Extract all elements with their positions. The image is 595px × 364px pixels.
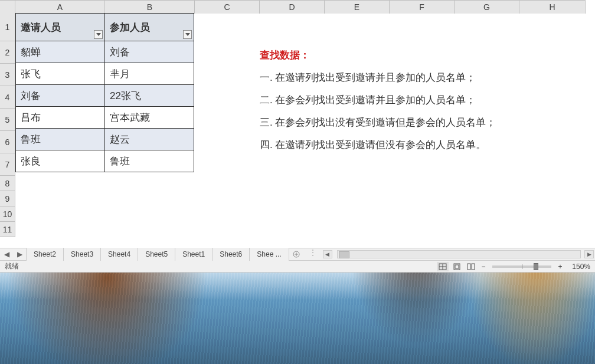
view-page-layout-button[interactable] xyxy=(451,262,463,271)
desktop-wallpaper xyxy=(0,273,595,364)
hscroll-left-button[interactable]: ◀ xyxy=(323,250,332,258)
hscrollbar[interactable] xyxy=(337,250,581,258)
cell-value: 宫本武藏 xyxy=(110,111,150,124)
col-header-B[interactable]: B xyxy=(105,1,195,14)
cell-value: 芈月 xyxy=(110,67,130,81)
tab-sheet3[interactable]: Sheet3 xyxy=(64,248,101,261)
cell-A4[interactable]: 刘备 xyxy=(15,84,105,107)
svg-rect-9 xyxy=(472,264,475,270)
cell-value: 鲁班 xyxy=(110,155,130,168)
plus-circle-icon xyxy=(293,251,300,258)
page-break-icon xyxy=(467,263,475,270)
notes-line-2: 二. 在参会列找出受到邀请并且参加的人员名单； xyxy=(260,89,496,112)
zoom-out-button[interactable]: − xyxy=(479,263,488,271)
view-normal-button[interactable] xyxy=(437,262,449,271)
cell-B6[interactable]: 赵云 xyxy=(104,128,194,150)
zoom-slider-handle[interactable] xyxy=(534,263,538,270)
header-b-label: 参加人员 xyxy=(110,21,150,34)
hscroll-right-button[interactable]: ▶ xyxy=(584,250,594,258)
tab-divider-dots-icon: ⋮ xyxy=(303,248,323,260)
col-header-G[interactable]: G xyxy=(455,1,519,14)
col-header-E[interactable]: E xyxy=(325,1,390,14)
view-page-break-button[interactable] xyxy=(465,262,477,271)
spreadsheet-area: A B C D E F G H 1 2 3 4 5 6 7 8 9 10 11 … xyxy=(0,0,595,248)
row-header-1[interactable]: 1 xyxy=(0,13,15,41)
row-header-2[interactable]: 2 xyxy=(0,41,15,64)
cell-A7[interactable]: 张良 xyxy=(15,150,105,172)
page-layout-icon xyxy=(453,263,461,270)
add-sheet-button[interactable] xyxy=(289,248,303,260)
filter-button-A[interactable] xyxy=(94,30,103,39)
status-bar: 就绪 − + 150% xyxy=(0,261,595,273)
col-header-A[interactable]: A xyxy=(15,1,105,14)
column-headers-row: A B C D E F G H xyxy=(0,0,586,13)
cell-B7[interactable]: 鲁班 xyxy=(104,150,194,172)
cell-value: 赵云 xyxy=(110,133,130,146)
tab-sheet2[interactable]: Sheet2 xyxy=(26,248,64,261)
zoom-slider-midpoint xyxy=(522,264,522,269)
cell-B3[interactable]: 芈月 xyxy=(104,63,194,85)
cell-A5[interactable]: 吕布 xyxy=(15,106,105,129)
status-ready: 就绪 xyxy=(0,261,24,271)
tab-sheet4[interactable]: Sheet4 xyxy=(101,248,138,261)
row-header-6[interactable]: 6 xyxy=(0,131,15,153)
cell-value: 22张飞 xyxy=(110,89,141,103)
row-headers-col: 1 2 3 4 5 6 7 8 9 10 11 xyxy=(0,13,15,237)
tab-sheet5[interactable]: Sheet5 xyxy=(138,248,175,261)
cell-B1[interactable]: 参加人员 xyxy=(104,13,194,41)
cell-value: 鲁班 xyxy=(21,133,41,146)
sheet-tabs: Sheet2 Sheet3 Sheet4 Sheet5 Sheet1 Sheet… xyxy=(26,248,289,260)
cell-value: 吕布 xyxy=(21,111,41,124)
header-a-label: 邀请人员 xyxy=(21,21,61,34)
col-header-D[interactable]: D xyxy=(260,1,325,14)
zoom-slider[interactable] xyxy=(492,265,551,268)
cell-B5[interactable]: 宫本武藏 xyxy=(104,106,194,129)
cell-value: 刘备 xyxy=(21,89,41,103)
svg-rect-7 xyxy=(455,265,459,268)
row-header-4[interactable]: 4 xyxy=(0,86,15,109)
notes-line-1: 一. 在邀请列找出受到邀请并且参加的人员名单； xyxy=(260,67,496,89)
cells: 邀请人员 参加人员 貂蝉 刘备 张飞 芈月 刘备 22张飞 吕布 宫本武藏 xyxy=(15,13,194,172)
tab-sheet-more[interactable]: Shee ... xyxy=(250,248,289,261)
cell-A3[interactable]: 张飞 xyxy=(15,63,105,85)
col-header-H[interactable]: H xyxy=(519,1,586,14)
grid-icon xyxy=(439,263,447,270)
col-header-F[interactable]: F xyxy=(390,1,455,14)
notes-block: 查找数据： 一. 在邀请列找出受到邀请并且参加的人员名单； 二. 在参会列找出受… xyxy=(260,44,496,156)
cell-B4[interactable]: 22张飞 xyxy=(104,84,194,107)
cell-B2[interactable]: 刘备 xyxy=(104,41,194,63)
row-header-3[interactable]: 3 xyxy=(0,64,15,86)
tab-nav-prev-icon[interactable]: ◀ xyxy=(0,248,13,261)
sheet-tab-bar: ◀ ▶ Sheet2 Sheet3 Sheet4 Sheet5 Sheet1 S… xyxy=(0,248,595,261)
cell-A2[interactable]: 貂蝉 xyxy=(15,41,105,63)
row-header-10[interactable]: 10 xyxy=(0,206,15,222)
notes-line-3: 三. 在参会列找出没有受到邀请但是参会的人员名单； xyxy=(260,112,496,134)
zoom-in-button[interactable]: + xyxy=(556,263,564,271)
hscroll-thumb[interactable] xyxy=(339,251,349,258)
tab-sheet1[interactable]: Sheet1 xyxy=(175,248,212,261)
row-header-8[interactable]: 8 xyxy=(0,176,15,191)
row-header-9[interactable]: 9 xyxy=(0,191,15,206)
tab-sheet6[interactable]: Sheet6 xyxy=(212,248,250,261)
row-header-7[interactable]: 7 xyxy=(0,153,15,176)
svg-rect-8 xyxy=(468,264,470,270)
row-header-5[interactable]: 5 xyxy=(0,109,15,131)
col-header-C[interactable]: C xyxy=(195,1,260,14)
cell-A6[interactable]: 鲁班 xyxy=(15,128,105,150)
cell-value: 张飞 xyxy=(21,67,41,81)
cell-A1[interactable]: 邀请人员 xyxy=(15,13,105,41)
row-header-11[interactable]: 11 xyxy=(0,222,15,237)
select-all-corner[interactable] xyxy=(0,1,15,14)
filter-button-B[interactable] xyxy=(183,30,192,39)
notes-line-4: 四. 在邀请列找出受到邀请但没有参会的人员名单。 xyxy=(260,134,496,156)
tab-nav-next-icon[interactable]: ▶ xyxy=(13,248,26,261)
cell-value: 刘备 xyxy=(110,45,130,59)
notes-title: 查找数据： xyxy=(260,44,496,67)
cell-value: 貂蝉 xyxy=(21,45,41,59)
tab-nav-arrows: ◀ ▶ xyxy=(0,248,26,260)
cell-value: 张良 xyxy=(21,155,41,168)
status-right-group: − + 150% xyxy=(437,262,595,271)
zoom-value[interactable]: 150% xyxy=(567,263,590,271)
